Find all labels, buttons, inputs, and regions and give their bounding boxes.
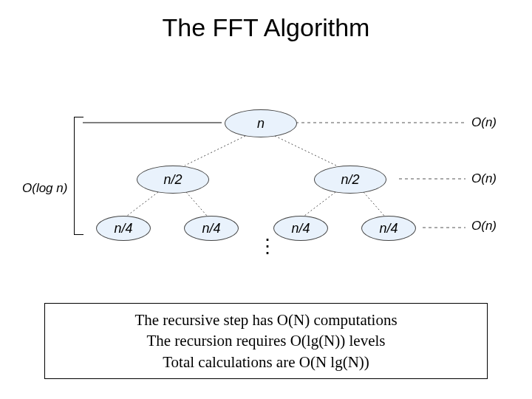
- depth-complexity-label: O(log n): [22, 181, 67, 196]
- tree-node-n2-right: n/2: [314, 166, 386, 194]
- caption-line-3: Total calculations are O(N lg(N)): [54, 352, 478, 372]
- caption-box: The recursive step has O(N) computations…: [44, 303, 488, 379]
- depth-brace: [74, 117, 83, 235]
- tree-node-n4-3: n/4: [273, 216, 328, 241]
- tree-node-root: n: [225, 109, 297, 137]
- vertical-ellipsis-icon: ⋮: [258, 242, 277, 250]
- svg-line-4: [304, 192, 335, 216]
- svg-line-5: [364, 192, 384, 216]
- tree-node-n4-4: n/4: [361, 216, 416, 241]
- tree-node-n4-1: n/4: [96, 216, 151, 241]
- caption-line-1: The recursive step has O(N) computations: [54, 310, 478, 330]
- level-complexity-1: O(n): [471, 171, 497, 186]
- caption-line-2: The recursion requires O(lg(N)) levels: [54, 330, 478, 351]
- svg-line-2: [127, 192, 158, 216]
- svg-line-1: [275, 136, 336, 166]
- tree-node-n2-left: n/2: [137, 166, 209, 194]
- level-complexity-2: O(n): [471, 219, 497, 233]
- level-complexity-0: O(n): [471, 115, 497, 130]
- tree-node-n4-2: n/4: [184, 216, 239, 241]
- svg-line-3: [186, 192, 207, 216]
- svg-line-0: [185, 136, 245, 166]
